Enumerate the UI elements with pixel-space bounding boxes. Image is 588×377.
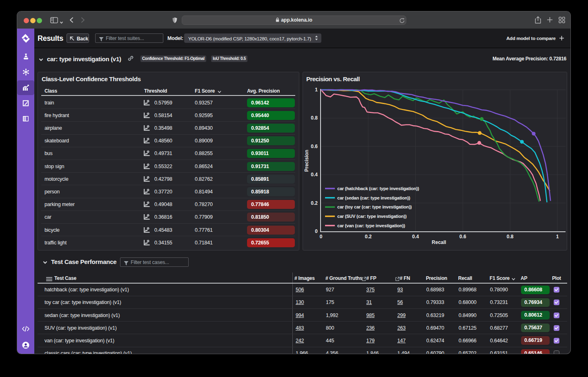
svg-text:0: 0 (315, 228, 318, 234)
svg-text:0.6: 0.6 (311, 144, 318, 149)
svg-text:Precision: Precision (304, 150, 310, 172)
svg-text:0: 0 (320, 234, 323, 240)
svg-text:car (van (car: type investigat: car (van (car: type investigation)) (337, 223, 405, 228)
svg-text:0.4: 0.4 (311, 172, 318, 177)
svg-text:1: 1 (556, 234, 559, 240)
svg-text:car (SUV (car: type investigat: car (SUV (car: type investigation)) (337, 214, 407, 219)
svg-text:0.4: 0.4 (412, 234, 419, 240)
svg-text:0.8: 0.8 (507, 234, 514, 240)
svg-text:Recall: Recall (432, 240, 446, 245)
svg-text:0.8: 0.8 (311, 115, 318, 121)
svg-text:0.2: 0.2 (365, 234, 372, 240)
svg-text:1: 1 (315, 87, 318, 93)
svg-text:0.2: 0.2 (311, 200, 318, 206)
svg-text:car (hatchback (car: type inve: car (hatchback (car: type investigation)… (337, 186, 419, 191)
svg-text:car (toy car (car: type invest: car (toy car (car: type investigation)) (337, 204, 412, 209)
svg-text:0.6: 0.6 (459, 234, 466, 240)
svg-text:car (sedan (car: type investig: car (sedan (car: type investigation)) (337, 195, 410, 200)
